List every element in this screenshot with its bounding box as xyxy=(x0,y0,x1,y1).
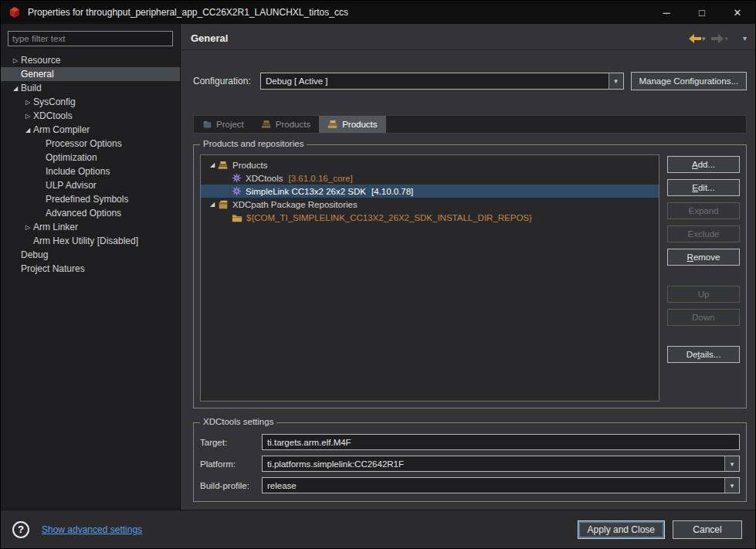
product-row-products[interactable]: ◢Products xyxy=(201,158,659,171)
sidebar-item-include-options[interactable]: Include Options xyxy=(1,164,180,178)
twistie-expanded-icon[interactable]: ◢ xyxy=(22,127,33,134)
product-row-label: SimpleLink CC13x2 26x2 SDK xyxy=(246,187,366,196)
expand-button: Expand xyxy=(667,202,740,219)
sidebar-item-advanced-options[interactable]: Advanced Options xyxy=(1,206,180,220)
configuration-combo[interactable]: Debug [ Active ] ▾ xyxy=(260,73,624,90)
dialog-body: ▷ResourceGeneral◢Build▷SysConfig▷XDCtool… xyxy=(1,24,755,510)
sidebar-item-label: Build xyxy=(21,83,42,93)
forward-button: ▾ xyxy=(709,32,731,45)
back-button[interactable]: ▾ xyxy=(687,32,708,45)
titlebar: Properties for throughput_peripheral_app… xyxy=(1,1,755,24)
folder-repo-icon xyxy=(232,212,242,223)
tab-label: Products xyxy=(276,120,310,129)
sidebar-item-optimization[interactable]: Optimization xyxy=(1,151,180,164)
twistie-collapsed-icon[interactable]: ▷ xyxy=(22,99,33,106)
sidebar-item-arm-linker[interactable]: ▷Arm Linker xyxy=(1,220,180,234)
sidebar-item-label: Project Natures xyxy=(21,263,85,274)
twistie-expanded-icon[interactable]: ◢ xyxy=(207,161,218,168)
sidebar-item-arm-compiler[interactable]: ◢Arm Compiler xyxy=(1,123,180,137)
sidebar-item-resource[interactable]: ▷Resource xyxy=(1,53,180,67)
twistie-expanded-icon[interactable]: ◢ xyxy=(10,85,21,92)
down-button: Down xyxy=(667,309,740,326)
twistie-collapsed-icon[interactable]: ▷ xyxy=(10,57,21,64)
twistie-collapsed-icon[interactable]: ▷ xyxy=(22,113,33,120)
products-group: Products and repositories ◢ProductsXDCto… xyxy=(193,144,747,408)
sidebar-item-label: Arm Hex Utility [Disabled] xyxy=(33,236,138,246)
cancel-button[interactable]: Cancel xyxy=(673,520,742,539)
minimize-button-icon[interactable]: ─ xyxy=(649,1,684,24)
product-row-label: Products xyxy=(232,161,267,170)
xdc-gear-icon xyxy=(232,186,242,196)
combo-caret-icon[interactable]: ▾ xyxy=(609,73,623,89)
sidebar-item-label: Resource xyxy=(21,55,60,66)
window-title: Properties for throughput_peripheral_app… xyxy=(28,7,348,18)
combo-caret-icon[interactable]: ▾ xyxy=(724,478,739,493)
sidebar-item-ulp-advisor[interactable]: ULP Advisor xyxy=(1,178,180,192)
up-button: Up xyxy=(667,286,740,303)
maximize-button-icon[interactable]: □ xyxy=(684,1,720,24)
tab-project-1[interactable]: Project xyxy=(194,116,253,133)
field-row-target: Target: xyxy=(200,434,740,450)
window-controls: ─ □ ✕ xyxy=(649,1,755,24)
back-history-dropdown-icon[interactable]: ▾ xyxy=(702,35,706,42)
close-button-icon[interactable]: ✕ xyxy=(720,1,755,24)
sidebar-item-processor-options[interactable]: Processor Options xyxy=(1,137,180,151)
sidebar-item-label: Advanced Options xyxy=(46,208,121,219)
view-menu-icon[interactable]: ▾ xyxy=(743,34,747,42)
products-list: ◢ProductsXDCtools[3.61.0.16_core]SimpleL… xyxy=(200,154,659,402)
add-button[interactable]: Add... xyxy=(667,156,740,173)
products-group-title: Products and repositories xyxy=(200,139,307,148)
tabstrip: ProjectProductsProducts xyxy=(193,115,747,134)
products-group-inner: ◢ProductsXDCtools[3.61.0.16_core]SimpleL… xyxy=(200,154,740,402)
platform-combo[interactable]: ti.platforms.simplelink:CC2642R1F▾ xyxy=(262,456,740,472)
sidebar-item-project-natures[interactable]: Project Natures xyxy=(1,262,180,276)
sidebar-item-build[interactable]: ◢Build xyxy=(1,81,180,95)
twistie-expanded-icon[interactable]: ◢ xyxy=(207,201,218,208)
product-row-label: XDCtools xyxy=(246,174,283,183)
sidebar-item-predefined-symbols[interactable]: Predefined Symbols xyxy=(1,192,180,206)
properties-dialog: Properties for throughput_peripheral_app… xyxy=(0,0,756,549)
back-icon xyxy=(689,34,701,43)
products-stack-icon xyxy=(261,119,272,130)
details-button[interactable]: Details... xyxy=(667,346,740,363)
target-input[interactable] xyxy=(262,434,740,450)
configuration-row: Configuration: Debug [ Active ] ▾ Manage… xyxy=(193,72,747,90)
field-row-platform: Platform:ti.platforms.simplelink:CC2642R… xyxy=(200,456,740,472)
sidebar-item-debug[interactable]: Debug xyxy=(1,248,180,262)
remove-button[interactable]: Remove xyxy=(667,249,740,266)
manage-configurations-button[interactable]: Manage Configurations... xyxy=(631,72,748,90)
combo-caret-icon[interactable]: ▾ xyxy=(724,456,739,471)
xdctools-group-title: XDCtools settings xyxy=(200,417,276,426)
page-title: General xyxy=(191,32,228,44)
combo-value: release xyxy=(263,481,724,490)
product-row-xdctools[interactable]: XDCtools[3.61.0.16_core] xyxy=(201,171,659,185)
xdc-fields: Target:Platform:ti.platforms.simplelink:… xyxy=(200,434,740,493)
product-row-com-ti-simplelink-cc13x2-26x2-sdk-install-dir-re[interactable]: ${COM_TI_SIMPLELINK_CC13X2_26X2_SDK_INST… xyxy=(201,211,659,224)
sidebar-item-label: Predefined Symbols xyxy=(46,194,128,205)
product-row-xdcpath-package-repositories[interactable]: ◢XDCpath Package Repositories xyxy=(201,198,659,211)
sidebar-item-label: Processor Options xyxy=(46,138,122,149)
product-row-simplelink-cc13x2-26x2-sdk[interactable]: SimpleLink CC13x2 26x2 SDK[4.10.0.78] xyxy=(201,185,659,198)
products-stack-icon xyxy=(327,119,338,130)
sidebar-item-label: Arm Linker xyxy=(33,222,78,232)
show-advanced-settings-link[interactable]: Show advanced settings xyxy=(42,524,142,535)
apply-and-close-button[interactable]: Apply and Close xyxy=(578,520,665,539)
sidebar-item-arm-hex-utility-disabled[interactable]: Arm Hex Utility [Disabled] xyxy=(1,234,180,248)
tab-products-3[interactable]: Products xyxy=(319,116,385,133)
help-icon[interactable]: ? xyxy=(12,521,29,538)
sidebar-tree: ▷ResourceGeneral◢Build▷SysConfig▷XDCtool… xyxy=(1,53,180,276)
tab-products-2[interactable]: Products xyxy=(253,116,319,133)
edit-button[interactable]: Edit... xyxy=(667,179,740,196)
sidebar-item-xdctools[interactable]: ▷XDCtools xyxy=(1,109,180,123)
sidebar-item-sysconfig[interactable]: ▷SysConfig xyxy=(1,95,180,109)
filter-input[interactable] xyxy=(8,31,173,46)
field-row-build-profile: Build-profile:release▾ xyxy=(200,477,740,493)
product-row-label: XDCpath Package Repositories xyxy=(232,200,358,209)
products-stack-icon xyxy=(218,160,229,171)
build-profile-combo[interactable]: release▾ xyxy=(262,477,740,493)
sidebar-item-general[interactable]: General xyxy=(1,67,180,81)
sidebar-item-label: Include Options xyxy=(46,166,110,177)
field-label: Platform: xyxy=(200,459,256,469)
twistie-collapsed-icon[interactable]: ▷ xyxy=(22,224,33,231)
field-label: Target: xyxy=(200,438,256,447)
